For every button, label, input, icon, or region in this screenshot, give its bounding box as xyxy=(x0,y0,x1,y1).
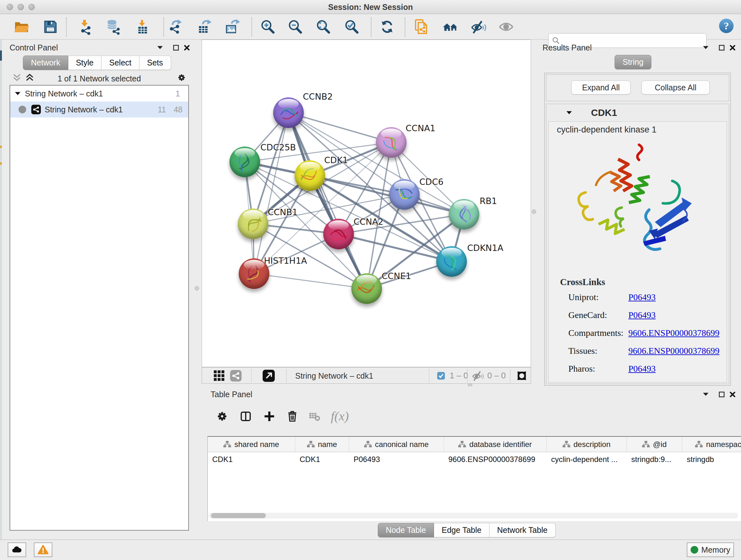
function-builder-button[interactable]: f(x) xyxy=(329,408,356,425)
control-panel-close-button[interactable] xyxy=(182,43,192,52)
refresh-view-button[interactable] xyxy=(379,18,395,35)
center-view-button[interactable] xyxy=(515,369,529,382)
clone-network-button[interactable] xyxy=(414,18,430,35)
crosslink-link[interactable]: P06493 xyxy=(628,364,656,374)
network-node-CCNB2[interactable] xyxy=(273,98,304,128)
column-header-shared-name[interactable]: shared name xyxy=(208,437,295,452)
cloud-status-button[interactable] xyxy=(8,543,26,557)
hidden-items-button[interactable] xyxy=(471,369,485,382)
network-node-CDC25B[interactable] xyxy=(229,146,260,177)
column-header-database-identifier[interactable]: database identifier xyxy=(444,437,547,452)
results-panel-float-button[interactable] xyxy=(717,43,726,52)
expand-all-button[interactable]: Expand All xyxy=(571,80,630,95)
network-view-mode-button[interactable] xyxy=(229,369,242,382)
open-session-button[interactable] xyxy=(13,18,30,35)
scrollbar-thumb[interactable] xyxy=(211,513,266,518)
tab-node-table[interactable]: Node Table xyxy=(378,523,434,537)
crosslink-link[interactable]: P06493 xyxy=(628,292,656,302)
zoom-selected-button[interactable] xyxy=(344,18,360,35)
tab-select[interactable]: Select xyxy=(102,56,139,70)
network-node-CCNE1[interactable] xyxy=(351,273,382,304)
show-all-button[interactable] xyxy=(498,18,515,35)
delete-table-button[interactable] xyxy=(306,408,324,425)
import-network-file-button[interactable] xyxy=(78,18,95,35)
results-panel-close-button[interactable] xyxy=(728,43,737,52)
table-cell[interactable]: cyclin-dependent ... xyxy=(547,452,627,467)
gene-section-expander[interactable] xyxy=(564,108,574,118)
node-label-CDC25B[interactable]: CDC25B xyxy=(260,142,296,152)
save-session-button[interactable] xyxy=(42,18,59,35)
table-options-button[interactable] xyxy=(213,408,231,425)
table-panel-menu-button[interactable] xyxy=(701,389,711,399)
network-node-CCNA1[interactable] xyxy=(376,127,407,158)
zoom-fit-button[interactable] xyxy=(315,18,332,35)
import-table-button[interactable] xyxy=(134,18,151,35)
tab-string[interactable]: String xyxy=(615,55,651,69)
table-cell[interactable]: stringdb xyxy=(682,452,741,467)
tab-style[interactable]: Style xyxy=(68,56,102,70)
zoom-out-button[interactable] xyxy=(287,18,304,35)
network-row[interactable]: String Network – cdk1 11 48 xyxy=(10,102,188,118)
delete-column-button[interactable] xyxy=(283,408,301,425)
node-label-CCNB1[interactable]: CCNB1 xyxy=(268,207,298,217)
table-cell[interactable]: 9606.ENSP00000378699 xyxy=(444,452,547,467)
node-label-HIST1H1A[interactable]: HIST1H1A xyxy=(264,256,307,266)
table-cell[interactable]: CDK1 xyxy=(208,452,295,467)
column-header-canonical-name[interactable]: canonical name xyxy=(349,437,444,452)
table-cell[interactable]: P06493 xyxy=(349,452,444,467)
network-node-CCNB1[interactable] xyxy=(238,208,268,239)
node-label-CCNA2[interactable]: CCNA2 xyxy=(354,217,384,227)
results-panel-menu-button[interactable] xyxy=(701,43,711,52)
collection-expander-icon[interactable] xyxy=(10,89,25,98)
hide-selected-button[interactable] xyxy=(470,18,487,35)
grid-view-button[interactable] xyxy=(213,369,226,382)
warnings-button[interactable] xyxy=(34,543,52,557)
crosslink-link[interactable]: 9606.ENSP00000378699 xyxy=(628,328,719,338)
network-node-CDK1[interactable] xyxy=(294,160,325,191)
table-row[interactable]: CDK1CDK1P064939606.ENSP00000378699cyclin… xyxy=(208,452,741,467)
table-panel-close-button[interactable] xyxy=(728,389,737,399)
network-options-button[interactable] xyxy=(177,73,186,82)
zoom-in-button[interactable] xyxy=(260,18,276,35)
export-network-button[interactable] xyxy=(167,18,184,35)
memory-button[interactable]: Memory xyxy=(687,543,734,557)
control-panel-float-button[interactable] xyxy=(171,43,181,52)
tab-network[interactable]: Network xyxy=(23,56,68,70)
node-label-CDK1[interactable]: CDK1 xyxy=(324,155,348,165)
control-panel-menu-button[interactable] xyxy=(155,43,165,52)
crosslink-link[interactable]: P06493 xyxy=(628,310,656,320)
node-label-CCNE1[interactable]: CCNE1 xyxy=(382,271,411,281)
show-columns-button[interactable] xyxy=(237,408,255,425)
column-header-name[interactable]: name xyxy=(295,437,349,452)
export-image-button[interactable] xyxy=(224,18,241,35)
houses-button[interactable] xyxy=(442,18,459,35)
table-horizontal-scrollbar[interactable] xyxy=(208,513,738,518)
network-node-RB1[interactable] xyxy=(449,199,479,230)
node-label-CDC6[interactable]: CDC6 xyxy=(419,177,444,187)
tab-sets[interactable]: Sets xyxy=(139,56,171,70)
column-header-description[interactable]: description xyxy=(547,437,627,452)
table-cell[interactable]: CDK1 xyxy=(295,452,349,467)
network-node-CDC6[interactable] xyxy=(389,179,420,210)
create-column-button[interactable] xyxy=(260,408,278,425)
column-header--id[interactable]: @id xyxy=(627,437,682,452)
import-network-database-button[interactable] xyxy=(105,18,122,35)
column-header-namespace[interactable]: namespace xyxy=(682,437,741,452)
network-collection-row[interactable]: String Network – cdk1 1 xyxy=(10,85,188,102)
table-cell[interactable]: stringdb:9... xyxy=(627,452,682,467)
help-button[interactable]: ? xyxy=(718,17,735,34)
node-label-CDKN1A[interactable]: CDKN1A xyxy=(467,243,503,253)
network-canvas[interactable]: CCNB2CCNA1CDC25BCDK1CDC6RB1CCNB1CCNA2CDK… xyxy=(202,40,531,367)
collapse-all-button[interactable]: Collapse All xyxy=(642,80,710,95)
tab-network-table[interactable]: Network Table xyxy=(489,523,556,537)
selected-items-checkbox[interactable] xyxy=(437,369,445,382)
node-label-RB1[interactable]: RB1 xyxy=(480,196,497,206)
network-node-CDKN1A[interactable] xyxy=(436,246,467,277)
birds-eye-view-button[interactable] xyxy=(262,369,275,382)
export-table-button[interactable] xyxy=(196,18,212,35)
table-panel-float-button[interactable] xyxy=(717,389,726,399)
crosslink-link[interactable]: 9606.ENSP00000378699 xyxy=(628,346,719,356)
network-node-CCNA2[interactable] xyxy=(323,219,354,249)
tab-edge-table[interactable]: Edge Table xyxy=(434,523,489,537)
node-label-CCNA1[interactable]: CCNA1 xyxy=(406,123,435,133)
